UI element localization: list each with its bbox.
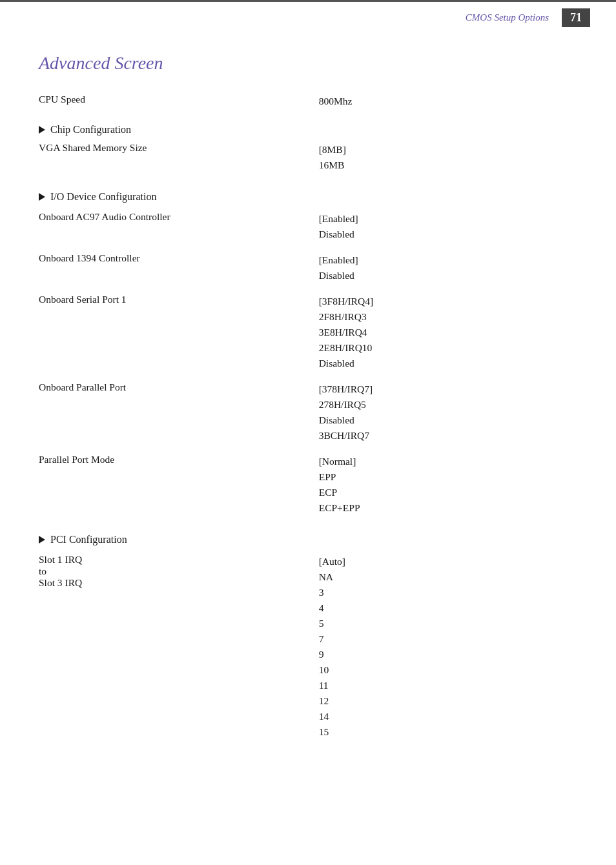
slot-irq-row: Slot 1 IRQ to Slot 3 IRQ [Auto] NA 3 4 5…	[39, 550, 577, 742]
io-config-header-cell: I/O Device Configuration	[39, 183, 319, 207]
serial-port-option-0: [3F8H/IRQ4]	[319, 294, 577, 309]
spacer-5	[39, 445, 577, 452]
slot-irq-value-cell: [Auto] NA 3 4 5 7 9 10 11 12 14 15	[319, 550, 577, 742]
cpu-speed-value: 800Mhz	[319, 92, 577, 111]
pci-config-header: PCI Configuration	[39, 534, 319, 545]
parallel-port-option-1: 278H/IRQ5	[319, 397, 577, 412]
chip-config-expand-icon[interactable]	[39, 126, 45, 134]
slot-irq-option-9: 12	[319, 693, 577, 709]
parallel-port-option-0: [378H/IRQ7]	[319, 382, 577, 397]
serial-port-row: Onboard Serial Port 1 [3F8H/IRQ4] 2F8H/I…	[39, 292, 577, 373]
parallel-mode-option-2: ECP	[319, 485, 577, 500]
parallel-port-value-cell: [378H/IRQ7] 278H/IRQ5 Disabled 3BCH/IRQ7	[319, 380, 577, 445]
ac97-option-0: [Enabled]	[319, 211, 577, 227]
spacer-2	[39, 244, 577, 250]
chip-config-label: Chip Configuration	[50, 124, 131, 136]
cpu-speed-label: CPU Speed	[39, 92, 319, 111]
io-config-value-cell	[319, 183, 577, 207]
1394-row: Onboard 1394 Controller [Enabled] Disabl…	[39, 250, 577, 285]
vga-memory-option-0: [8MB]	[319, 142, 577, 158]
slot-irq-label-cell: Slot 1 IRQ to Slot 3 IRQ	[39, 550, 319, 742]
parallel-port-label-cell: Onboard Parallel Port	[39, 380, 319, 445]
serial-port-label-cell: Onboard Serial Port 1	[39, 292, 319, 373]
parallel-mode-row: Parallel Port Mode [Normal] EPP ECP ECP+…	[39, 452, 577, 518]
slot-irq-option-4: 5	[319, 616, 577, 631]
chip-config-header-cell: Chip Configuration	[39, 111, 319, 140]
pci-config-label: PCI Configuration	[50, 534, 127, 545]
slot-irq-option-7: 10	[319, 662, 577, 678]
slot-irq-option-11: 15	[319, 724, 577, 740]
io-config-expand-icon[interactable]	[39, 193, 45, 201]
header: CMOS Setup Options 71	[0, 2, 616, 34]
parallel-mode-value-cell: [Normal] EPP ECP ECP+EPP	[319, 452, 577, 518]
serial-port-values: [3F8H/IRQ4] 2F8H/IRQ3 3E8H/IRQ4 2E8H/IRQ…	[319, 294, 577, 371]
vga-memory-value-cell: [8MB] 16MB	[319, 140, 577, 175]
serial-port-option-2: 3E8H/IRQ4	[319, 325, 577, 340]
vga-memory-option-1: 16MB	[319, 158, 577, 173]
slot-irq-option-6: 9	[319, 647, 577, 662]
serial-port-option-4: Disabled	[319, 356, 577, 371]
ac97-option-1: Disabled	[319, 227, 577, 242]
vga-memory-row: VGA Shared Memory Size [8MB] 16MB	[39, 140, 577, 175]
page-title: Advanced Screen	[39, 53, 577, 74]
slot-irq-option-2: 3	[319, 585, 577, 600]
1394-option-1: Disabled	[319, 268, 577, 283]
chip-config-header: Chip Configuration	[39, 124, 319, 136]
parallel-port-values: [378H/IRQ7] 278H/IRQ5 Disabled 3BCH/IRQ7	[319, 382, 577, 443]
page-number: 71	[562, 8, 590, 27]
ac97-label-cell: Onboard AC97 Audio Controller	[39, 207, 319, 244]
slot-irq-label-line2: to	[39, 565, 46, 576]
parallel-mode-option-0: [Normal]	[319, 454, 577, 469]
parallel-port-option-3: 3BCH/IRQ7	[319, 428, 577, 443]
1394-value-cell: [Enabled] Disabled	[319, 250, 577, 285]
slot-irq-label-line1: Slot 1 IRQ	[39, 554, 82, 565]
slot-irq-option-3: 4	[319, 600, 577, 616]
parallel-mode-option-3: ECP+EPP	[319, 500, 577, 516]
main-content: Advanced Screen CPU Speed 800Mhz Chip Co…	[0, 34, 616, 768]
1394-label: Onboard 1394 Controller	[39, 252, 140, 263]
spacer-3	[39, 285, 577, 292]
vga-memory-label: VGA Shared Memory Size	[39, 142, 147, 153]
chip-config-section-row: Chip Configuration	[39, 111, 577, 140]
io-config-header: I/O Device Configuration	[39, 191, 319, 203]
slot-irq-option-1: NA	[319, 569, 577, 585]
slot-irq-option-10: 14	[319, 709, 577, 724]
page-container: CMOS Setup Options 71 Advanced Screen CP…	[0, 0, 616, 865]
chip-config-value-cell	[319, 111, 577, 140]
slot-irq-option-5: 7	[319, 631, 577, 647]
parallel-mode-option-1: EPP	[319, 469, 577, 485]
parallel-mode-values: [Normal] EPP ECP ECP+EPP	[319, 454, 577, 516]
pci-config-header-cell: PCI Configuration	[39, 525, 319, 550]
1394-label-cell: Onboard 1394 Controller	[39, 250, 319, 285]
slot-irq-label: Slot 1 IRQ to Slot 3 IRQ	[39, 554, 319, 589]
ac97-row: Onboard AC97 Audio Controller [Enabled] …	[39, 207, 577, 244]
vga-memory-values: [8MB] 16MB	[319, 142, 577, 173]
slot-irq-values: [Auto] NA 3 4 5 7 9 10 11 12 14 15	[319, 554, 577, 740]
slot-irq-option-0: [Auto]	[319, 554, 577, 569]
vga-memory-label-cell: VGA Shared Memory Size	[39, 140, 319, 175]
parallel-port-option-2: Disabled	[319, 412, 577, 428]
parallel-port-row: Onboard Parallel Port [378H/IRQ7] 278H/I…	[39, 380, 577, 445]
ac97-values: [Enabled] Disabled	[319, 211, 577, 242]
slot-irq-label-line3: Slot 3 IRQ	[39, 577, 82, 588]
pci-config-expand-icon[interactable]	[39, 536, 45, 544]
parallel-mode-label: Parallel Port Mode	[39, 454, 114, 465]
pci-config-value-cell	[319, 525, 577, 550]
cpu-speed-row: CPU Speed 800Mhz	[39, 92, 577, 111]
1394-values: [Enabled] Disabled	[319, 252, 577, 283]
ac97-label: Onboard AC97 Audio Controller	[39, 211, 170, 222]
io-config-section-row: I/O Device Configuration	[39, 183, 577, 207]
spacer-1	[39, 175, 577, 183]
parallel-port-label: Onboard Parallel Port	[39, 382, 126, 392]
header-subtitle: CMOS Setup Options	[466, 12, 549, 23]
slot-irq-option-8: 11	[319, 678, 577, 693]
1394-option-0: [Enabled]	[319, 252, 577, 268]
pci-config-section-row: PCI Configuration	[39, 525, 577, 550]
settings-table: CPU Speed 800Mhz Chip Configuration	[39, 92, 577, 742]
serial-port-label: Onboard Serial Port 1	[39, 294, 127, 305]
io-config-label: I/O Device Configuration	[50, 191, 156, 203]
spacer-6	[39, 518, 577, 525]
serial-port-option-1: 2F8H/IRQ3	[319, 309, 577, 325]
serial-port-option-3: 2E8H/IRQ10	[319, 340, 577, 356]
serial-port-value-cell: [3F8H/IRQ4] 2F8H/IRQ3 3E8H/IRQ4 2E8H/IRQ…	[319, 292, 577, 373]
